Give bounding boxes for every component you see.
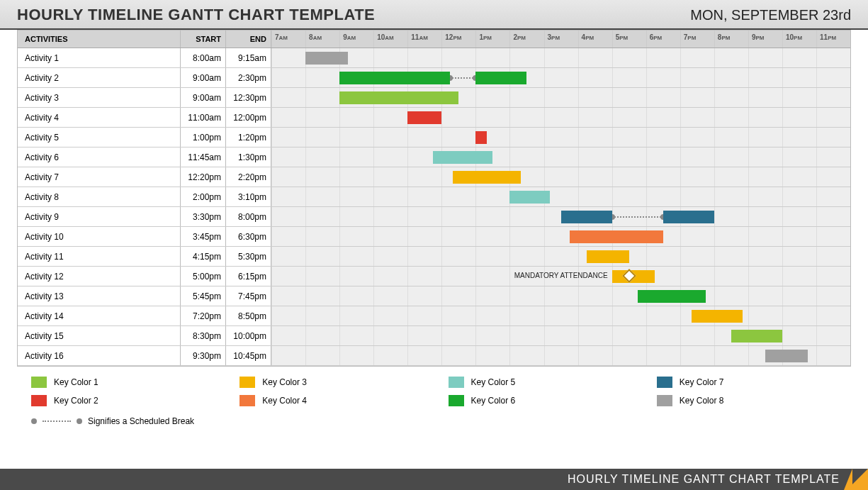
hour-label: 9PM bbox=[748, 30, 782, 48]
col-start: START bbox=[181, 30, 226, 48]
end-time: 12:30pm bbox=[226, 88, 271, 107]
gantt-chart: ACTIVITIES START END 7AM8AM9AM10AM11AM12… bbox=[17, 30, 851, 367]
start-time: 1:00pm bbox=[181, 128, 226, 147]
hour-label: 7AM bbox=[271, 30, 305, 48]
legend-item: Key Color 4 bbox=[225, 395, 434, 406]
gantt-bar bbox=[453, 171, 521, 184]
gantt-bar bbox=[475, 131, 487, 144]
activity-name: Activity 4 bbox=[18, 108, 181, 127]
lane bbox=[271, 227, 850, 246]
end-time: 1:30pm bbox=[226, 147, 271, 167]
gantt-bar bbox=[305, 52, 348, 65]
legend-item: Key Color 3 bbox=[225, 377, 434, 388]
gantt-bar bbox=[765, 350, 808, 362]
break-dot-icon bbox=[77, 418, 82, 424]
lane bbox=[271, 48, 850, 67]
end-time: 10:45pm bbox=[226, 346, 271, 365]
start-time: 11:45am bbox=[181, 147, 226, 167]
legend-swatch bbox=[239, 395, 255, 406]
lane bbox=[271, 147, 850, 167]
lane bbox=[271, 187, 850, 206]
hour-label: 1PM bbox=[475, 30, 509, 48]
legend-label: Key Color 1 bbox=[54, 377, 98, 387]
end-time: 5:30pm bbox=[226, 247, 271, 266]
gantt-bar bbox=[638, 290, 706, 303]
legend-item: Key Color 5 bbox=[434, 377, 643, 388]
activity-name: Activity 8 bbox=[18, 187, 181, 206]
hour-label: 10AM bbox=[373, 30, 407, 48]
gantt-bar bbox=[663, 211, 714, 223]
gantt-row: Activity 125:00pm6:15pmMANDATORY ATTENDA… bbox=[18, 267, 850, 286]
end-time: 6:15pm bbox=[226, 267, 271, 286]
end-time: 7:45pm bbox=[226, 286, 271, 306]
lane: MANDATORY ATTENDANCE bbox=[271, 267, 850, 286]
end-time: 1:20pm bbox=[226, 128, 271, 147]
start-time: 7:20pm bbox=[181, 306, 226, 325]
activity-name: Activity 5 bbox=[18, 128, 181, 147]
lane bbox=[271, 128, 850, 147]
lane bbox=[271, 68, 850, 87]
legend-swatch bbox=[449, 395, 464, 406]
start-time: 11:00am bbox=[181, 108, 226, 127]
gantt-row: Activity 103:45pm6:30pm bbox=[18, 227, 850, 247]
lane bbox=[271, 346, 850, 365]
end-time: 2:20pm bbox=[226, 167, 271, 186]
legend-swatch bbox=[31, 395, 47, 406]
lane bbox=[271, 167, 850, 186]
legend-label: Key Color 7 bbox=[680, 377, 724, 387]
col-activities: ACTIVITIES bbox=[18, 30, 181, 48]
legend-label: Key Color 3 bbox=[262, 377, 307, 387]
gantt-bar bbox=[509, 191, 549, 204]
activity-name: Activity 10 bbox=[18, 227, 181, 246]
gantt-bar bbox=[339, 72, 450, 84]
gantt-row: Activity 135:45pm7:45pm bbox=[18, 286, 850, 306]
hour-label: 12PM bbox=[441, 30, 475, 48]
end-time: 10:00pm bbox=[226, 326, 271, 345]
activity-name: Activity 12 bbox=[18, 267, 181, 286]
gantt-row: Activity 611:45am1:30pm bbox=[18, 147, 850, 167]
gantt-row: Activity 39:00am12:30pm bbox=[18, 88, 850, 108]
gantt-row: Activity 18:00am9:15am bbox=[18, 48, 850, 68]
legend-item: Key Color 6 bbox=[434, 395, 643, 406]
gantt-row: Activity 82:00pm3:10pm bbox=[18, 187, 850, 207]
gantt-bar bbox=[339, 91, 458, 104]
hour-label: 5PM bbox=[612, 30, 646, 48]
end-time: 12:00pm bbox=[226, 108, 271, 127]
hour-label: 11AM bbox=[407, 30, 441, 48]
activity-name: Activity 1 bbox=[18, 48, 181, 67]
activity-name: Activity 16 bbox=[18, 346, 181, 365]
end-time: 2:30pm bbox=[226, 68, 271, 87]
end-time: 3:10pm bbox=[226, 187, 271, 206]
legend-item: Key Color 2 bbox=[17, 395, 225, 406]
activity-name: Activity 7 bbox=[18, 167, 181, 186]
gantt-row: Activity 29:00am2:30pm bbox=[18, 68, 850, 88]
gantt-row: Activity 158:30pm10:00pm bbox=[18, 326, 850, 346]
page-title: HOURLY TIMELINE GANTT CHART TEMPLATE bbox=[17, 6, 375, 24]
end-time: 9:15am bbox=[226, 48, 271, 67]
hour-label: 7PM bbox=[680, 30, 714, 48]
hour-label: 11PM bbox=[816, 30, 850, 48]
start-time: 3:30pm bbox=[181, 207, 226, 226]
legend-label: Key Color 6 bbox=[471, 396, 516, 406]
gantt-bar bbox=[587, 250, 629, 263]
start-time: 5:45pm bbox=[181, 286, 226, 306]
start-time: 2:00pm bbox=[181, 187, 226, 206]
start-time: 9:00am bbox=[181, 68, 226, 87]
header: HOURLY TIMELINE GANTT CHART TEMPLATE MON… bbox=[0, 0, 868, 30]
activity-name: Activity 6 bbox=[18, 147, 181, 167]
gantt-row: Activity 411:00am12:00pm bbox=[18, 108, 850, 128]
start-time: 12:20pm bbox=[181, 167, 226, 186]
col-end: END bbox=[226, 30, 271, 48]
gantt-row: Activity 114:15pm5:30pm bbox=[18, 247, 850, 267]
activity-name: Activity 13 bbox=[18, 286, 181, 306]
hour-label: 10PM bbox=[782, 30, 816, 48]
break-line-icon bbox=[612, 216, 663, 218]
activity-name: Activity 11 bbox=[18, 247, 181, 266]
hour-label: 3PM bbox=[544, 30, 578, 48]
gantt-bar bbox=[561, 211, 612, 223]
start-time: 8:00am bbox=[181, 48, 226, 67]
gantt-row: Activity 712:20pm2:20pm bbox=[18, 167, 850, 187]
footer: HOURLY TIMELINE GANTT CHART TEMPLATE bbox=[0, 469, 868, 490]
end-time: 8:00pm bbox=[226, 207, 271, 226]
legend-item: Key Color 1 bbox=[17, 377, 225, 388]
